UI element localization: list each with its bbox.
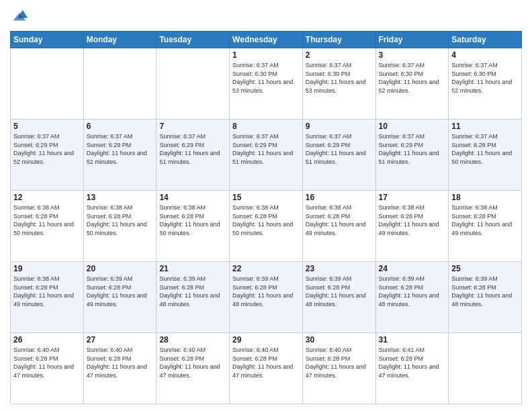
calendar-cell: 22Sunrise: 6:39 AMSunset: 6:28 PMDayligh… [230, 262, 303, 333]
weekday-header: Friday [375, 32, 449, 48]
day-info: Sunrise: 6:39 AMSunset: 6:28 PMDaylight:… [379, 275, 446, 308]
calendar-cell: 9Sunrise: 6:37 AMSunset: 6:29 PMDaylight… [302, 120, 375, 191]
day-number: 6 [87, 122, 154, 131]
day-number: 31 [379, 335, 446, 345]
day-info: Sunrise: 6:37 AMSunset: 6:30 PMDaylight:… [451, 61, 519, 95]
day-info: Sunrise: 6:37 AMSunset: 6:28 PMDaylight:… [451, 132, 519, 166]
day-number: 20 [87, 264, 154, 273]
day-info: Sunrise: 6:40 AMSunset: 6:28 PMDaylight:… [232, 346, 300, 379]
logo-icon [10, 7, 29, 26]
calendar-table: SundayMondayTuesdayWednesdayThursdayFrid… [10, 31, 522, 404]
calendar-cell: 29Sunrise: 6:40 AMSunset: 6:28 PMDayligh… [230, 333, 303, 404]
day-number: 16 [306, 193, 373, 202]
day-info: Sunrise: 6:39 AMSunset: 6:28 PMDaylight:… [232, 275, 300, 308]
calendar-cell: 11Sunrise: 6:37 AMSunset: 6:28 PMDayligh… [449, 120, 522, 191]
calendar-cell: 3Sunrise: 6:37 AMSunset: 6:30 PMDaylight… [375, 48, 449, 120]
day-info: Sunrise: 6:39 AMSunset: 6:28 PMDaylight:… [159, 275, 226, 308]
day-number: 28 [159, 335, 226, 345]
day-number: 2 [306, 50, 373, 60]
calendar-cell: 6Sunrise: 6:37 AMSunset: 6:29 PMDaylight… [83, 120, 157, 191]
calendar-cell: 27Sunrise: 6:40 AMSunset: 6:28 PMDayligh… [83, 333, 157, 404]
day-info: Sunrise: 6:40 AMSunset: 6:28 PMDaylight:… [159, 346, 226, 379]
day-number: 25 [451, 264, 519, 273]
calendar-week-row: 1Sunrise: 6:37 AMSunset: 6:30 PMDaylight… [11, 48, 522, 120]
day-number: 26 [13, 335, 81, 345]
weekday-header: Tuesday [157, 32, 230, 48]
day-info: Sunrise: 6:41 AMSunset: 6:28 PMDaylight:… [379, 346, 446, 379]
day-info: Sunrise: 6:40 AMSunset: 6:28 PMDaylight:… [87, 346, 154, 379]
calendar-cell: 31Sunrise: 6:41 AMSunset: 6:28 PMDayligh… [375, 333, 449, 404]
day-number: 11 [451, 122, 519, 131]
calendar-week-row: 5Sunrise: 6:37 AMSunset: 6:29 PMDaylight… [11, 120, 522, 191]
day-number: 15 [232, 193, 300, 202]
calendar-cell: 1Sunrise: 6:37 AMSunset: 6:30 PMDaylight… [230, 48, 303, 120]
day-number: 10 [379, 122, 446, 131]
day-info: Sunrise: 6:38 AMSunset: 6:28 PMDaylight:… [87, 203, 154, 237]
day-number: 29 [232, 335, 300, 345]
day-info: Sunrise: 6:38 AMSunset: 6:28 PMDaylight:… [379, 203, 446, 237]
calendar-cell: 28Sunrise: 6:40 AMSunset: 6:28 PMDayligh… [157, 333, 230, 404]
day-number: 17 [379, 193, 446, 202]
logo [10, 7, 32, 26]
day-number: 12 [13, 193, 81, 202]
day-info: Sunrise: 6:37 AMSunset: 6:29 PMDaylight:… [379, 132, 446, 166]
calendar-cell [449, 333, 522, 404]
calendar-cell [157, 48, 230, 120]
day-number: 5 [13, 122, 81, 131]
day-info: Sunrise: 6:37 AMSunset: 6:29 PMDaylight:… [13, 132, 81, 166]
calendar-cell: 8Sunrise: 6:37 AMSunset: 6:29 PMDaylight… [230, 120, 303, 191]
calendar-cell: 18Sunrise: 6:38 AMSunset: 6:28 PMDayligh… [449, 191, 522, 262]
day-info: Sunrise: 6:37 AMSunset: 6:30 PMDaylight:… [232, 61, 300, 95]
day-number: 1 [232, 50, 300, 60]
day-info: Sunrise: 6:38 AMSunset: 6:28 PMDaylight:… [306, 203, 373, 237]
calendar-cell: 13Sunrise: 6:38 AMSunset: 6:28 PMDayligh… [83, 191, 157, 262]
page: SundayMondayTuesdayWednesdayThursdayFrid… [0, 0, 532, 411]
day-info: Sunrise: 6:37 AMSunset: 6:29 PMDaylight:… [232, 132, 300, 166]
day-info: Sunrise: 6:37 AMSunset: 6:29 PMDaylight:… [159, 132, 226, 166]
day-info: Sunrise: 6:39 AMSunset: 6:28 PMDaylight:… [451, 275, 519, 308]
calendar-cell: 2Sunrise: 6:37 AMSunset: 6:30 PMDaylight… [302, 48, 375, 120]
day-info: Sunrise: 6:39 AMSunset: 6:28 PMDaylight:… [87, 275, 154, 308]
calendar-cell: 16Sunrise: 6:38 AMSunset: 6:28 PMDayligh… [302, 191, 375, 262]
day-info: Sunrise: 6:40 AMSunset: 6:28 PMDaylight:… [306, 346, 373, 379]
calendar-week-row: 19Sunrise: 6:38 AMSunset: 6:28 PMDayligh… [11, 262, 522, 333]
weekday-header: Thursday [302, 32, 375, 48]
day-number: 3 [379, 50, 446, 60]
weekday-header: Sunday [11, 32, 84, 48]
calendar-cell [83, 48, 157, 120]
day-number: 4 [451, 50, 519, 60]
calendar-cell: 15Sunrise: 6:38 AMSunset: 6:28 PMDayligh… [230, 191, 303, 262]
weekday-header: Saturday [449, 32, 522, 48]
calendar-cell: 14Sunrise: 6:38 AMSunset: 6:28 PMDayligh… [157, 191, 230, 262]
calendar-cell: 30Sunrise: 6:40 AMSunset: 6:28 PMDayligh… [302, 333, 375, 404]
day-info: Sunrise: 6:38 AMSunset: 6:28 PMDaylight:… [13, 275, 81, 308]
day-info: Sunrise: 6:40 AMSunset: 6:28 PMDaylight:… [13, 346, 81, 379]
day-number: 13 [87, 193, 154, 202]
day-info: Sunrise: 6:38 AMSunset: 6:28 PMDaylight:… [13, 203, 81, 237]
calendar-cell: 10Sunrise: 6:37 AMSunset: 6:29 PMDayligh… [375, 120, 449, 191]
day-info: Sunrise: 6:38 AMSunset: 6:28 PMDaylight:… [451, 203, 519, 237]
day-number: 23 [306, 264, 373, 273]
calendar-cell: 4Sunrise: 6:37 AMSunset: 6:30 PMDaylight… [449, 48, 522, 120]
calendar-cell: 17Sunrise: 6:38 AMSunset: 6:28 PMDayligh… [375, 191, 449, 262]
day-number: 9 [306, 122, 373, 131]
day-info: Sunrise: 6:38 AMSunset: 6:28 PMDaylight:… [232, 203, 300, 237]
day-number: 19 [13, 264, 81, 273]
day-number: 18 [451, 193, 519, 202]
calendar-cell: 12Sunrise: 6:38 AMSunset: 6:28 PMDayligh… [11, 191, 84, 262]
calendar-cell: 26Sunrise: 6:40 AMSunset: 6:28 PMDayligh… [11, 333, 84, 404]
day-number: 24 [379, 264, 446, 273]
day-info: Sunrise: 6:37 AMSunset: 6:29 PMDaylight:… [87, 132, 154, 166]
header [10, 7, 522, 26]
day-number: 30 [306, 335, 373, 345]
day-number: 7 [159, 122, 226, 131]
calendar-cell: 25Sunrise: 6:39 AMSunset: 6:28 PMDayligh… [449, 262, 522, 333]
day-number: 8 [232, 122, 300, 131]
calendar-cell: 19Sunrise: 6:38 AMSunset: 6:28 PMDayligh… [11, 262, 84, 333]
day-number: 21 [159, 264, 226, 273]
calendar-week-row: 12Sunrise: 6:38 AMSunset: 6:28 PMDayligh… [11, 191, 522, 262]
calendar-cell: 5Sunrise: 6:37 AMSunset: 6:29 PMDaylight… [11, 120, 84, 191]
weekday-header: Wednesday [230, 32, 303, 48]
calendar-header-row: SundayMondayTuesdayWednesdayThursdayFrid… [11, 32, 522, 48]
day-info: Sunrise: 6:37 AMSunset: 6:30 PMDaylight:… [379, 61, 446, 95]
